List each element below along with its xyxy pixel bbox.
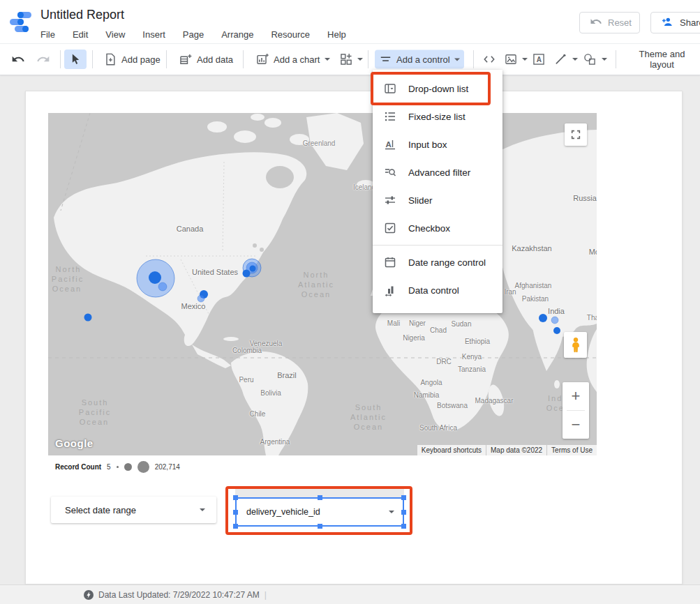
menu-item-input-box[interactable]: A Input box bbox=[373, 130, 502, 158]
dropdown-list-icon bbox=[384, 82, 396, 95]
map-bubble[interactable] bbox=[149, 271, 161, 284]
chevron-down-icon bbox=[602, 58, 607, 61]
menu-item-date-range-control[interactable]: Date range control bbox=[373, 248, 502, 276]
menu-edit[interactable]: Edit bbox=[73, 29, 88, 40]
menu-resource[interactable]: Resource bbox=[271, 29, 310, 40]
text-box-icon: A bbox=[532, 52, 546, 66]
add-control-icon bbox=[379, 53, 392, 66]
add-chart-button[interactable]: Add a chart bbox=[251, 50, 334, 69]
map-bubble[interactable] bbox=[158, 282, 167, 291]
menu-file[interactable]: File bbox=[40, 29, 55, 40]
menu-insert[interactable]: Insert bbox=[142, 29, 165, 40]
url-embed-button[interactable] bbox=[477, 50, 501, 69]
share-button[interactable]: Share bbox=[650, 12, 700, 33]
undo-button[interactable] bbox=[7, 50, 29, 69]
image-icon bbox=[504, 52, 518, 66]
menu-item-slider[interactable]: Slider bbox=[373, 186, 502, 214]
resize-handle[interactable] bbox=[318, 495, 322, 500]
resize-handle[interactable] bbox=[401, 524, 406, 529]
advanced-filter-icon bbox=[384, 166, 396, 179]
reset-label: Reset bbox=[608, 17, 632, 28]
redo-button[interactable] bbox=[32, 50, 54, 69]
map-bubble[interactable] bbox=[198, 295, 204, 302]
add-data-button[interactable]: Add data bbox=[174, 50, 237, 69]
add-data-icon bbox=[179, 52, 193, 66]
menu-item-label: Slider bbox=[408, 195, 433, 206]
date-range-icon bbox=[384, 256, 396, 269]
resize-handle[interactable] bbox=[401, 495, 406, 500]
zoom-in-button[interactable]: + bbox=[563, 382, 589, 410]
chevron-down-icon bbox=[454, 58, 460, 61]
reset-undo-icon bbox=[590, 15, 602, 30]
svg-text:A: A bbox=[386, 140, 392, 149]
menu-view[interactable]: View bbox=[105, 29, 125, 40]
bubble-map-chart[interactable]: GreenlandIcelandCanadaUnited StatesMexic… bbox=[48, 113, 597, 455]
insert-text-button[interactable]: A bbox=[528, 50, 550, 69]
map-data-copyright: Map data ©2022 bbox=[486, 445, 546, 455]
looker-studio-logo-icon[interactable] bbox=[8, 10, 33, 35]
bubble-layer bbox=[48, 113, 597, 455]
menu-bar: File Edit View Insert Page Arrange Resou… bbox=[40, 29, 346, 40]
menu-item-data-control[interactable]: Data control bbox=[373, 276, 502, 304]
map-bubble[interactable] bbox=[551, 317, 558, 324]
community-visualizations-button[interactable] bbox=[335, 50, 367, 69]
menu-item-checkbox[interactable]: Checkbox bbox=[373, 214, 502, 242]
menu-item-fixed-size-list[interactable]: Fixed-size list bbox=[373, 103, 502, 130]
date-range-control[interactable]: Select date range bbox=[51, 497, 216, 523]
menu-page[interactable]: Page bbox=[183, 29, 204, 40]
add-page-icon bbox=[103, 52, 117, 66]
data-freshness-icon bbox=[84, 590, 94, 600]
menu-item-label: Input box bbox=[408, 139, 447, 150]
select-mode-button[interactable] bbox=[64, 50, 87, 69]
resize-handle[interactable] bbox=[401, 510, 406, 515]
cursor-icon bbox=[68, 52, 82, 66]
menu-arrange[interactable]: Arrange bbox=[221, 29, 253, 40]
menu-item-drop-down-list[interactable]: Drop-down list bbox=[373, 75, 502, 103]
map-bubble[interactable] bbox=[553, 327, 560, 334]
resize-handle[interactable] bbox=[318, 524, 322, 529]
fullscreen-icon bbox=[570, 129, 581, 140]
add-page-button[interactable]: Add page bbox=[99, 50, 165, 69]
menu-item-label: Advanced filter bbox=[408, 167, 470, 178]
map-bubble[interactable] bbox=[250, 266, 256, 272]
keyboard-shortcuts-link[interactable]: Keyboard shortcuts bbox=[417, 445, 486, 455]
theme-and-layout-button[interactable]: Theme and layout bbox=[624, 46, 700, 73]
resize-handle[interactable] bbox=[233, 495, 238, 500]
toolbar-separator bbox=[166, 50, 167, 68]
legend-dot-small bbox=[117, 466, 119, 468]
theme-layout-label: Theme and layout bbox=[628, 49, 696, 70]
status-divider: | bbox=[265, 590, 267, 600]
map-bubble[interactable] bbox=[84, 314, 92, 322]
menu-help[interactable]: Help bbox=[327, 29, 346, 40]
data-control-icon bbox=[384, 284, 396, 296]
community-viz-icon bbox=[339, 52, 353, 66]
map-bubble[interactable] bbox=[243, 270, 251, 278]
map-legend: Record Count 5 202,714 bbox=[55, 461, 180, 473]
insert-shape-button[interactable] bbox=[578, 50, 611, 69]
report-title[interactable]: Untitled Report bbox=[40, 8, 124, 22]
chevron-down-icon bbox=[357, 58, 363, 61]
zoom-out-button[interactable]: − bbox=[563, 411, 589, 439]
fixed-size-list-icon bbox=[384, 110, 396, 123]
add-chart-label: Add a chart bbox=[274, 54, 320, 65]
menu-item-label: Data control bbox=[408, 285, 459, 296]
report-canvas[interactable]: GreenlandIcelandCanadaUnited StatesMexic… bbox=[25, 91, 683, 584]
dropdown-control-delivery-vehicle-id[interactable]: delivery_vehicle_id bbox=[235, 497, 404, 527]
add-chart-icon bbox=[255, 52, 269, 66]
resize-handle[interactable] bbox=[233, 510, 238, 515]
add-a-control-button[interactable]: Add a control bbox=[375, 50, 464, 69]
street-view-pegman[interactable] bbox=[564, 332, 587, 358]
reset-button[interactable]: Reset bbox=[579, 12, 640, 33]
add-data-label: Add data bbox=[197, 54, 233, 65]
input-box-icon: A bbox=[384, 138, 396, 151]
data-last-updated-text: Data Last Updated: 7/29/2022 10:47:27 AM bbox=[98, 590, 260, 600]
map-fullscreen-button[interactable] bbox=[565, 123, 587, 146]
toolbar: Add page Add data Add a chart Add a cont… bbox=[0, 43, 700, 75]
map-bubble[interactable] bbox=[539, 314, 547, 322]
add-control-menu: Drop-down list Fixed-size list A Input b… bbox=[373, 70, 502, 313]
terms-of-use-link[interactable]: Terms of Use bbox=[547, 445, 597, 455]
app-header: Untitled Report File Edit View Insert Pa… bbox=[0, 0, 700, 43]
chevron-down-icon bbox=[200, 508, 205, 511]
resize-handle[interactable] bbox=[233, 524, 238, 529]
menu-item-advanced-filter[interactable]: Advanced filter bbox=[373, 158, 502, 186]
